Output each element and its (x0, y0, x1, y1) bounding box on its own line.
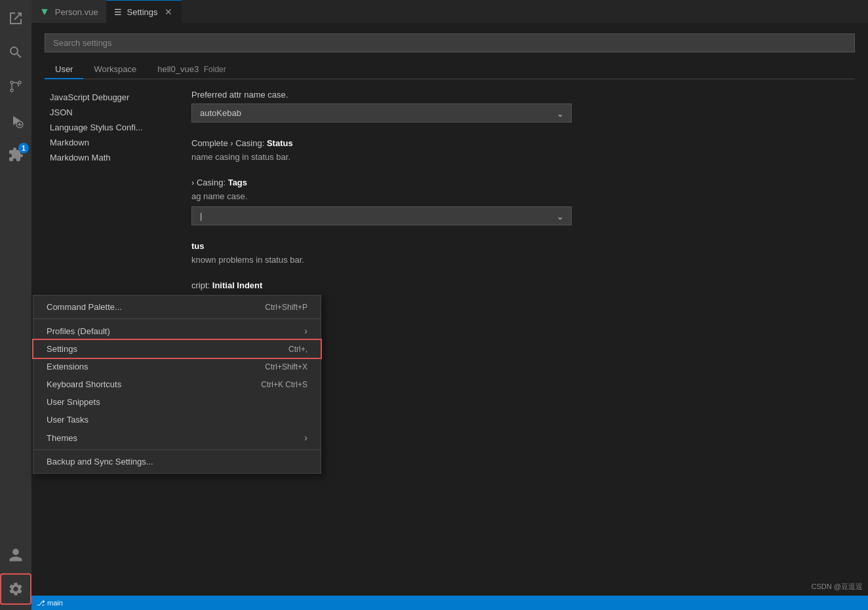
menu-item-extensions-label: Extensions (47, 362, 252, 372)
setting-desc-tus: known problems in status bar. (191, 255, 839, 265)
source-control-icon[interactable] (0, 71, 31, 102)
attr-case-select[interactable]: autoKebab camelCase kebab-case pascal-ca… (191, 104, 572, 123)
settings-tab-icon: ☰ (114, 7, 122, 17)
setting-title-tus: tus (191, 241, 839, 251)
menu-item-themes-label: Themes (47, 433, 299, 443)
menu-item-user-tasks[interactable]: User Tasks (33, 411, 321, 429)
menu-separator-2 (33, 449, 321, 450)
menu-item-keyboard-shortcuts-label: Keyboard Shortcuts (47, 379, 248, 389)
setting-title-casing-tags: › Casing: Tags (191, 178, 839, 187)
tab-workspace[interactable]: Workspace (83, 60, 147, 79)
tab-settings[interactable]: ☰ Settings ✕ (106, 0, 182, 23)
folder-label: Folder (204, 65, 226, 74)
tab-bar: ▼ Person.vue ☰ Settings ✕ (31, 0, 868, 23)
menu-item-profiles-arrow: › (304, 326, 307, 336)
tab-settings-label: Settings (127, 7, 158, 17)
menu-item-settings-label: Settings (47, 344, 275, 354)
setting-block-casing-tags: › Casing: Tags ag name case. | autoKebab… (191, 178, 839, 225)
setting-title-casing-status: Complete › Casing: Status (191, 138, 839, 148)
svg-point-1 (18, 81, 21, 84)
activity-bar-top: 1 (0, 3, 31, 539)
svg-point-2 (10, 89, 13, 92)
menu-item-profiles[interactable]: Profiles (Default) › (33, 322, 321, 340)
menu-item-themes-arrow: › (304, 432, 307, 443)
setting-title-attr-case: Preferred attr name case. (191, 90, 839, 100)
activity-bar: 1 (0, 0, 31, 610)
menu-item-extensions-shortcut: Ctrl+Shift+X (265, 362, 307, 372)
menu-item-keyboard-shortcuts[interactable]: Keyboard Shortcuts Ctrl+K Ctrl+S (33, 375, 321, 393)
run-debug-icon[interactable] (0, 105, 31, 136)
menu-item-themes[interactable]: Themes › (33, 429, 321, 447)
tab-user[interactable]: User (45, 60, 83, 79)
extensions-badge: 1 (18, 143, 29, 153)
extensions-icon[interactable]: 1 (0, 139, 31, 170)
menu-item-command-palette-shortcut: Ctrl+Shift+P (265, 303, 307, 312)
status-bar-branch: ⎇ main (37, 599, 63, 607)
search-settings-input[interactable] (45, 33, 855, 52)
sidebar-item-json[interactable]: JSON (45, 105, 170, 120)
status-bar: ⎇ main (31, 596, 868, 610)
menu-item-user-snippets-label: User Snippets (47, 397, 307, 407)
setting-desc-casing-tags: ag name case. (191, 191, 839, 201)
menu-item-user-snippets[interactable]: User Snippets (33, 393, 321, 411)
setting-block-attr-case: Preferred attr name case. autoKebab came… (191, 90, 839, 123)
tab-person-vue-label: Person.vue (55, 7, 98, 17)
menu-item-extensions[interactable]: Extensions Ctrl+Shift+X (33, 358, 321, 375)
account-icon[interactable] (0, 539, 31, 571)
vue-logo: ▼ (39, 6, 50, 18)
explorer-icon[interactable] (0, 3, 31, 34)
tags-select-wrapper: | autoKebab camelCase kebab-case (191, 206, 572, 225)
activity-bar-bottom (0, 539, 31, 610)
sidebar-item-markdown-math[interactable]: Markdown Math (45, 150, 170, 165)
menu-item-backup-sync-label: Backup and Sync Settings... (47, 457, 307, 467)
menu-separator-1 (33, 318, 321, 319)
sidebar-item-js-debugger[interactable]: JavaScript Debugger (45, 90, 170, 105)
settings-gear-icon[interactable] (0, 573, 31, 605)
setting-desc-casing-status: name casing in status bar. (191, 152, 839, 162)
tab-folder[interactable]: hell0_vue3 Folder (147, 60, 237, 79)
search-activity-icon[interactable] (0, 37, 31, 68)
menu-item-settings[interactable]: Settings Ctrl+, (33, 340, 321, 358)
setting-title-initial-indent: cript: Initial Indent (191, 280, 839, 290)
tab-close-button[interactable]: ✕ (163, 7, 174, 17)
tab-person-vue[interactable]: ▼ Person.vue (31, 0, 106, 23)
setting-block-casing-status: Complete › Casing: Status name casing in… (191, 138, 839, 162)
setting-block-tus: tus known problems in status bar. (191, 241, 839, 265)
sidebar-item-lang-stylus[interactable]: Language Stylus Confi... (45, 120, 170, 135)
watermark: CSDN @豆逗逗 (812, 582, 863, 592)
menu-item-user-tasks-label: User Tasks (47, 415, 307, 425)
menu-item-settings-shortcut: Ctrl+, (288, 345, 307, 354)
menu-item-command-palette-label: Command Palette... (47, 302, 252, 312)
menu-item-profiles-label: Profiles (Default) (47, 326, 299, 336)
context-menu: Command Palette... Ctrl+Shift+P Profiles… (33, 295, 321, 474)
settings-tabs: User Workspace hell0_vue3 Folder (45, 60, 855, 79)
setting-block-initial-indent: cript: Initial Indent (191, 280, 839, 290)
menu-item-backup-sync[interactable]: Backup and Sync Settings... (33, 453, 321, 470)
tags-select[interactable]: | autoKebab camelCase kebab-case (191, 206, 572, 225)
menu-item-keyboard-shortcuts-shortcut: Ctrl+K Ctrl+S (261, 380, 307, 389)
attr-case-select-wrapper: autoKebab camelCase kebab-case pascal-ca… (191, 104, 572, 123)
menu-item-command-palette[interactable]: Command Palette... Ctrl+Shift+P (33, 298, 321, 316)
svg-point-0 (10, 81, 13, 84)
sidebar-item-markdown[interactable]: Markdown (45, 135, 170, 150)
